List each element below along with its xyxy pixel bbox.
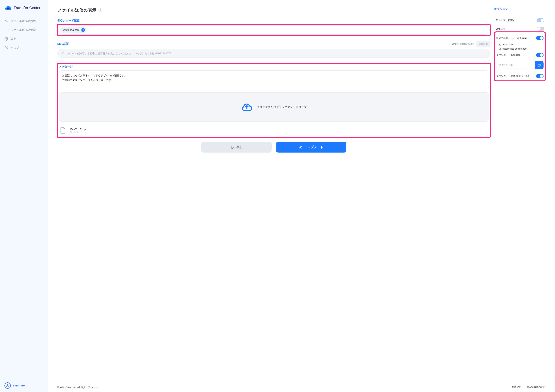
calendar-icon bbox=[537, 63, 541, 67]
update-button[interactable]: アップデート bbox=[276, 142, 346, 153]
toggle-download-expiry[interactable] bbox=[536, 53, 544, 57]
svg-point-0 bbox=[6, 38, 7, 39]
download-auth-label: ダウンロード認証 bbox=[57, 19, 490, 22]
message-textarea[interactable] bbox=[59, 70, 489, 89]
option-download-auth: ダウンロード認証 bbox=[496, 16, 544, 25]
option-sms-auth: SMS認証 bbox=[496, 25, 544, 33]
option-notify-email: ダウンロードの通知 (Eメール) bbox=[496, 72, 544, 79]
form-actions: 戻る アップデート bbox=[57, 142, 490, 153]
footer-copyright: © WhitePoint, Inc. All Rights Reserved bbox=[57, 386, 98, 388]
page-title-text: ファイル送信の表示 bbox=[57, 7, 96, 13]
toggle-notify-email[interactable] bbox=[536, 74, 544, 78]
undo-icon bbox=[231, 146, 234, 149]
brand-logo[interactable]: Transfer Center bbox=[0, 4, 48, 15]
footer-terms-link[interactable]: 利用規約 bbox=[512, 385, 521, 389]
message-and-files-highlight: メッセージ クリックまたはドラッグアンドドロップ bbox=[57, 63, 490, 137]
sidebar: Transfer Center ファイル送信の作成 ファイル送信の管理 設定 ヘ… bbox=[0, 0, 48, 392]
edit-icon bbox=[299, 146, 302, 149]
page-title: ファイル送信の表示 i bbox=[57, 7, 490, 13]
nav-item-label: 設定 bbox=[11, 37, 16, 41]
footer-privacy-link[interactable]: 個人情報保護方針 bbox=[526, 385, 546, 389]
sender-email: sato@sato-design.com bbox=[503, 47, 527, 50]
expiry-date-input[interactable] bbox=[496, 61, 535, 69]
nav-list: ファイル送信の作成 ファイル送信の管理 設定 ヘルプ bbox=[0, 17, 48, 52]
file-size: 27.15 MB bbox=[70, 131, 86, 133]
dropzone-label: クリックまたはドラッグアンドドロップ bbox=[257, 105, 307, 109]
footer: © WhitePoint, Inc. All Rights Reserved 利… bbox=[48, 382, 555, 392]
cloud-upload-icon bbox=[4, 19, 8, 23]
avatar-icon bbox=[4, 382, 11, 389]
workspace: ファイル送信の表示 i ダウンロード認証 xxx@aaa.com bbox=[48, 0, 555, 392]
sms-auth-label: SMS認証 bbox=[57, 42, 69, 46]
download-auth-input[interactable]: xxx@aaa.com bbox=[58, 25, 489, 35]
options-highlight: 自分の名前とEメールを表示 Sato Taro sato@sato-design… bbox=[496, 33, 544, 80]
options-panel: オプション ダウンロード認証 SMS認証 自分の名前とEメールを表示 bbox=[494, 7, 546, 374]
options-title: オプション bbox=[494, 7, 546, 11]
option-show-sender: 自分の名前とEメールを表示 bbox=[496, 34, 544, 42]
sidebar-current-user[interactable]: Sato Taro bbox=[0, 379, 48, 392]
nav-item-label: ヘルプ bbox=[11, 46, 19, 50]
download-auth-highlight: xxx@aaa.com bbox=[57, 25, 490, 35]
option-label: SMS認証 bbox=[496, 27, 505, 30]
info-icon[interactable]: i bbox=[99, 8, 102, 12]
mail-icon bbox=[498, 48, 501, 50]
sender-name-row: Sato Taro bbox=[496, 42, 544, 47]
option-label: ダウンロードの通知 (Eメール) bbox=[496, 74, 529, 78]
nav-create-transfer[interactable]: ファイル送信の作成 bbox=[0, 17, 48, 26]
svg-point-2 bbox=[7, 385, 8, 385]
email-chip-text: xxx@aaa.com bbox=[63, 29, 80, 31]
current-user-name: Sato Taro bbox=[13, 384, 25, 387]
close-icon bbox=[82, 29, 84, 31]
svg-point-3 bbox=[499, 44, 500, 44]
option-label: ダウンロード有効期限 bbox=[496, 53, 520, 57]
help-icon bbox=[4, 46, 8, 50]
back-button[interactable]: 戻る bbox=[201, 142, 272, 153]
nav-item-label: ファイル送信の作成 bbox=[11, 19, 36, 23]
calendar-button[interactable] bbox=[535, 61, 544, 69]
person-icon bbox=[498, 43, 501, 46]
file-icon bbox=[60, 127, 66, 134]
option-label: ダウンロード認証 bbox=[496, 19, 515, 22]
file-name: 納品データ.zip bbox=[70, 128, 86, 131]
update-button-label: アップデート bbox=[305, 145, 323, 149]
chip-remove-button[interactable] bbox=[81, 28, 85, 32]
sms-remaining: SMS送信可能回数 (96) bbox=[452, 42, 475, 45]
list-icon bbox=[4, 28, 8, 32]
nav-settings[interactable]: 設定 bbox=[0, 34, 48, 43]
expiry-date-picker bbox=[496, 61, 544, 69]
file-dropzone[interactable]: クリックまたはドラッグアンドドロップ bbox=[59, 92, 489, 122]
svg-rect-5 bbox=[538, 64, 540, 66]
back-button-label: 戻る bbox=[236, 145, 242, 149]
sender-name: Sato Taro bbox=[503, 43, 513, 46]
email-chip: xxx@aaa.com bbox=[60, 27, 87, 33]
gear-icon bbox=[4, 37, 8, 41]
option-label: 自分の名前とEメールを表示 bbox=[496, 37, 527, 40]
toggle-sms-auth[interactable] bbox=[537, 27, 544, 31]
sender-email-row: sato@sato-design.com bbox=[496, 47, 544, 51]
cloud-sync-icon bbox=[4, 4, 12, 11]
nav-manage-transfers[interactable]: ファイル送信の管理 bbox=[0, 26, 48, 34]
sms-phone-input[interactable] bbox=[57, 49, 490, 58]
file-item[interactable]: 納品データ.zip 27.15 MB bbox=[59, 125, 489, 136]
nav-help[interactable]: ヘルプ bbox=[0, 43, 48, 52]
message-label: メッセージ bbox=[59, 65, 489, 68]
toggle-download-auth[interactable] bbox=[537, 18, 544, 22]
option-download-expiry: ダウンロード有効期限 bbox=[496, 51, 544, 59]
cloud-upload-icon bbox=[241, 101, 253, 113]
nav-item-label: ファイル送信の管理 bbox=[11, 28, 36, 32]
brand-text: Transfer Center bbox=[14, 6, 40, 10]
toggle-show-sender[interactable] bbox=[536, 36, 544, 40]
sms-add-count-button[interactable]: 回数追加 bbox=[476, 41, 490, 47]
